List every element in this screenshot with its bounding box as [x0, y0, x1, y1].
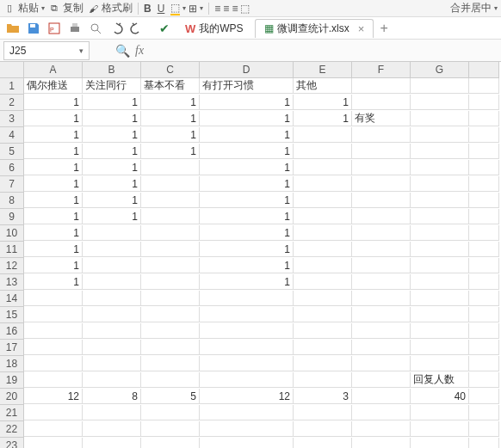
- cell[interactable]: 12: [24, 389, 83, 404]
- formula-input[interactable]: [149, 42, 459, 59]
- cell[interactable]: [200, 421, 294, 437]
- cell[interactable]: [411, 95, 469, 110]
- cell[interactable]: [294, 193, 352, 208]
- chevron-down-icon[interactable]: ▾: [494, 4, 498, 12]
- cell[interactable]: [294, 225, 352, 241]
- cell[interactable]: [200, 405, 294, 420]
- fx-icon[interactable]: fx: [135, 44, 144, 58]
- column-header[interactable]: B: [83, 62, 141, 78]
- cell[interactable]: [411, 291, 469, 306]
- cell[interactable]: [24, 291, 83, 306]
- format-painter-label[interactable]: 格式刷: [102, 1, 133, 15]
- cell[interactable]: [469, 274, 499, 290]
- cell[interactable]: [294, 356, 352, 371]
- cell[interactable]: [411, 111, 469, 126]
- cell[interactable]: 1: [83, 144, 141, 159]
- cell[interactable]: [411, 242, 469, 257]
- cell[interactable]: [141, 242, 200, 257]
- column-header[interactable]: [469, 62, 499, 78]
- cell[interactable]: [469, 95, 499, 110]
- cell[interactable]: [411, 307, 469, 322]
- chevron-down-icon[interactable]: ▾: [200, 4, 203, 12]
- cell[interactable]: 基本不看: [141, 78, 200, 94]
- cell[interactable]: 1: [200, 111, 294, 126]
- row-header[interactable]: 10: [0, 225, 24, 242]
- cell[interactable]: [352, 405, 411, 420]
- cell[interactable]: [469, 438, 499, 448]
- cell[interactable]: [352, 225, 411, 241]
- cell[interactable]: [469, 160, 499, 175]
- cell[interactable]: [141, 225, 200, 241]
- cell[interactable]: [411, 78, 469, 94]
- cell[interactable]: [411, 209, 469, 224]
- row-header[interactable]: 6: [0, 160, 24, 176]
- cell[interactable]: [411, 340, 469, 355]
- cell[interactable]: [352, 356, 411, 371]
- check-icon[interactable]: ✔: [155, 19, 174, 38]
- cell[interactable]: 1: [24, 95, 83, 110]
- cell[interactable]: [411, 160, 469, 175]
- cell[interactable]: 1: [24, 209, 83, 224]
- cell[interactable]: 1: [200, 242, 294, 257]
- cell[interactable]: [352, 307, 411, 322]
- cell[interactable]: [200, 438, 294, 448]
- row-header[interactable]: 22: [0, 421, 24, 438]
- cell[interactable]: 1: [200, 160, 294, 175]
- cell[interactable]: 1: [83, 127, 141, 143]
- row-header[interactable]: 20: [0, 389, 24, 405]
- cell[interactable]: [24, 372, 83, 388]
- close-icon[interactable]: ×: [358, 22, 365, 35]
- cell[interactable]: 有打开习惯: [200, 78, 294, 94]
- cell[interactable]: 1: [24, 274, 83, 290]
- cell[interactable]: [200, 356, 294, 371]
- row-header[interactable]: 5: [0, 144, 24, 160]
- cell[interactable]: [469, 340, 499, 355]
- align-left-button[interactable]: ≡: [214, 3, 220, 15]
- cell[interactable]: [83, 225, 141, 241]
- cell[interactable]: 偶尔推送: [24, 78, 83, 94]
- cell[interactable]: [294, 323, 352, 339]
- cell[interactable]: [294, 258, 352, 273]
- cell[interactable]: [141, 258, 200, 273]
- paste-label[interactable]: 粘贴: [18, 1, 39, 15]
- cell[interactable]: [352, 421, 411, 437]
- cell[interactable]: [141, 209, 200, 224]
- cell[interactable]: 12: [200, 389, 294, 404]
- cell[interactable]: [469, 209, 499, 224]
- cell[interactable]: 40: [411, 389, 469, 404]
- cell[interactable]: [200, 307, 294, 322]
- cell[interactable]: [141, 160, 200, 175]
- bold-button[interactable]: B: [144, 3, 152, 15]
- align-right-button[interactable]: ≡: [232, 3, 238, 15]
- cell[interactable]: [469, 242, 499, 257]
- border-button[interactable]: ⊞: [189, 3, 197, 15]
- cell[interactable]: [24, 421, 83, 437]
- cell[interactable]: 1: [200, 193, 294, 208]
- cell[interactable]: [200, 372, 294, 388]
- cell[interactable]: [83, 372, 141, 388]
- cell[interactable]: 1: [200, 225, 294, 241]
- cell[interactable]: [469, 389, 499, 404]
- column-header[interactable]: A: [24, 62, 83, 78]
- cell[interactable]: [83, 356, 141, 371]
- cell[interactable]: [469, 291, 499, 306]
- export-pdf-button[interactable]: P: [45, 19, 64, 38]
- cell[interactable]: [352, 209, 411, 224]
- row-header[interactable]: 12: [0, 258, 24, 274]
- cell[interactable]: [469, 258, 499, 273]
- align-center-button[interactable]: ≡: [223, 3, 229, 15]
- row-header[interactable]: 18: [0, 356, 24, 372]
- cell[interactable]: [469, 78, 499, 94]
- cell[interactable]: [141, 176, 200, 192]
- column-header[interactable]: E: [294, 62, 352, 78]
- cell[interactable]: 8: [83, 389, 141, 404]
- select-all-corner[interactable]: [0, 62, 24, 78]
- cell[interactable]: [352, 193, 411, 208]
- cell[interactable]: [294, 127, 352, 143]
- cell[interactable]: 1: [24, 160, 83, 175]
- cell[interactable]: 1: [24, 258, 83, 273]
- cell[interactable]: 1: [294, 95, 352, 110]
- row-header[interactable]: 4: [0, 127, 24, 144]
- open-button[interactable]: [3, 19, 22, 38]
- cell[interactable]: [294, 160, 352, 175]
